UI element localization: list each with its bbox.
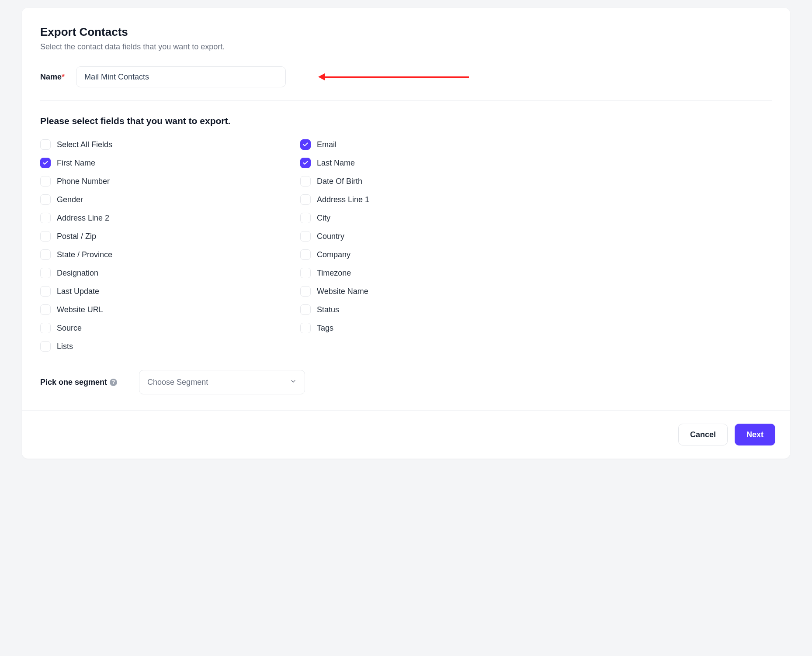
name-label: Name* — [40, 73, 65, 82]
field-label: Website Name — [317, 287, 368, 296]
annotation-arrow — [318, 73, 469, 80]
field-label: City — [317, 214, 330, 223]
field-label: Date Of Birth — [317, 177, 362, 186]
field-checkbox[interactable] — [300, 304, 311, 315]
next-button[interactable]: Next — [735, 424, 775, 445]
field-label: Status — [317, 305, 339, 314]
field-label: Timezone — [317, 269, 351, 278]
page-subtitle: Select the contact data fields that you … — [40, 42, 772, 52]
segment-placeholder: Choose Segment — [147, 378, 208, 387]
card-body: Export Contacts Select the contact data … — [22, 8, 790, 410]
field-label: Email — [317, 140, 337, 149]
field-row: Last Name — [300, 158, 547, 168]
fields-heading: Please select fields that you want to ex… — [40, 116, 772, 126]
field-label: Address Line 2 — [57, 214, 109, 223]
field-checkbox[interactable] — [40, 176, 51, 186]
field-checkbox[interactable] — [40, 286, 51, 297]
field-label: State / Province — [57, 250, 112, 259]
field-checkbox[interactable] — [40, 304, 51, 315]
fields-grid: Select All FieldsEmailFirst NameLast Nam… — [40, 139, 547, 352]
field-checkbox[interactable] — [40, 341, 51, 352]
field-checkbox[interactable] — [300, 139, 311, 150]
arrow-head-icon — [318, 73, 325, 80]
field-row: City — [300, 213, 547, 223]
page-title: Export Contacts — [40, 25, 772, 39]
field-row: Last Update — [40, 286, 287, 297]
field-label: Lists — [57, 342, 73, 351]
segment-select[interactable]: Choose Segment — [139, 370, 305, 394]
field-checkbox[interactable] — [300, 268, 311, 278]
field-row: Lists — [40, 341, 287, 352]
name-input[interactable] — [76, 66, 286, 87]
divider — [40, 100, 772, 101]
field-checkbox[interactable] — [300, 158, 311, 168]
field-label: Last Name — [317, 159, 355, 168]
field-checkbox[interactable] — [40, 231, 51, 242]
field-row: Postal / Zip — [40, 231, 287, 242]
card-footer: Cancel Next — [22, 410, 790, 459]
field-checkbox[interactable] — [40, 249, 51, 260]
field-checkbox[interactable] — [300, 194, 311, 205]
field-row: Website Name — [300, 286, 547, 297]
field-row: Country — [300, 231, 547, 242]
segment-row: Pick one segment ? Choose Segment — [40, 370, 772, 394]
field-checkbox[interactable] — [40, 213, 51, 223]
field-checkbox[interactable] — [300, 231, 311, 242]
field-row: First Name — [40, 158, 287, 168]
field-checkbox[interactable] — [40, 139, 51, 150]
field-label: Address Line 1 — [317, 195, 369, 204]
field-label: Website URL — [57, 305, 103, 314]
field-checkbox[interactable] — [300, 286, 311, 297]
field-label: First Name — [57, 159, 95, 168]
field-row: Address Line 1 — [300, 194, 547, 205]
field-checkbox[interactable] — [300, 176, 311, 186]
field-label: Phone Number — [57, 177, 110, 186]
field-checkbox[interactable] — [40, 323, 51, 333]
field-checkbox[interactable] — [300, 213, 311, 223]
field-label: Postal / Zip — [57, 232, 96, 241]
field-checkbox[interactable] — [300, 323, 311, 333]
field-checkbox[interactable] — [40, 158, 51, 168]
field-row: Email — [300, 139, 547, 150]
field-row: Tags — [300, 323, 547, 333]
cancel-button[interactable]: Cancel — [678, 424, 728, 445]
name-label-text: Name — [40, 73, 62, 81]
name-row: Name* — [40, 66, 772, 87]
field-row: Website URL — [40, 304, 287, 315]
field-row: Designation — [40, 268, 287, 278]
chevron-down-icon — [290, 378, 297, 387]
field-row: Address Line 2 — [40, 213, 287, 223]
field-label: Tags — [317, 324, 333, 333]
field-checkbox[interactable] — [300, 249, 311, 260]
field-row: Date Of Birth — [300, 176, 547, 186]
field-row: Phone Number — [40, 176, 287, 186]
field-row: Source — [40, 323, 287, 333]
help-icon[interactable]: ? — [110, 379, 117, 386]
required-asterisk: * — [62, 73, 65, 81]
field-checkbox[interactable] — [40, 194, 51, 205]
field-label: Gender — [57, 195, 83, 204]
field-row: Company — [300, 249, 547, 260]
export-contacts-card: Export Contacts Select the contact data … — [22, 8, 790, 459]
segment-label-text: Pick one segment — [40, 378, 107, 387]
field-label: Select All Fields — [57, 140, 112, 149]
field-label: Last Update — [57, 287, 99, 296]
field-label: Source — [57, 324, 82, 333]
field-checkbox[interactable] — [40, 268, 51, 278]
field-row: Gender — [40, 194, 287, 205]
arrow-line-icon — [325, 76, 469, 78]
segment-label: Pick one segment ? — [40, 378, 117, 387]
field-label: Designation — [57, 269, 98, 278]
field-row: Status — [300, 304, 547, 315]
field-row: State / Province — [40, 249, 287, 260]
field-row: Select All Fields — [40, 139, 287, 150]
field-label: Country — [317, 232, 344, 241]
field-label: Company — [317, 250, 350, 259]
field-row: Timezone — [300, 268, 547, 278]
